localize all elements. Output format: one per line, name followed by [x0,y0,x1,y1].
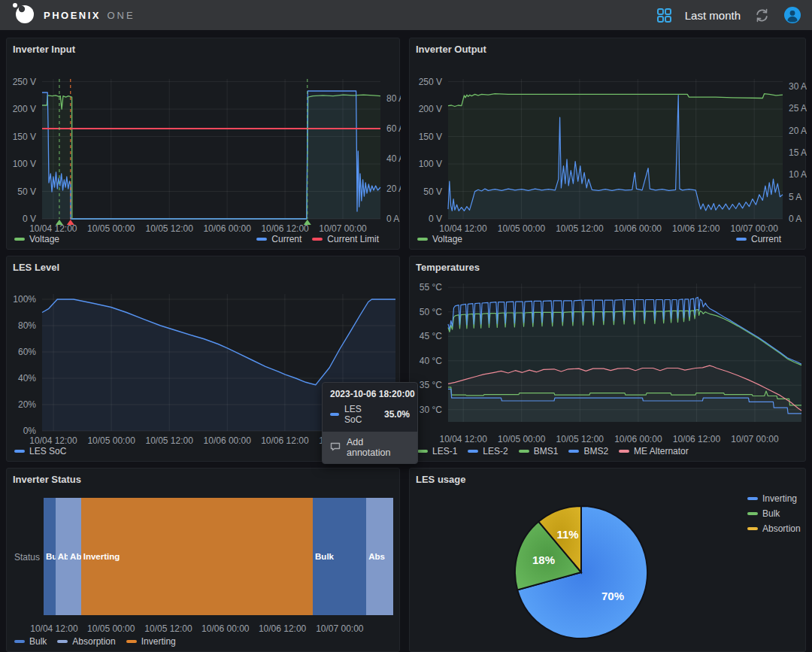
temperatures-chart-canvas[interactable]: 30 °C35 °C40 °C45 °C50 °C55 °C10/04 12:0… [410,256,807,462]
svg-text:15 A: 15 A [789,147,807,158]
pie-legend: InvertingBulkAbsortion [747,493,801,534]
svg-text:10/04 12:00: 10/04 12:00 [29,435,77,446]
panel-title-temperatures[interactable]: Temperatures [416,262,480,273]
svg-text:10/06 12:00: 10/06 12:00 [672,223,720,234]
svg-text:0 A: 0 A [386,214,399,224]
svg-text:11%: 11% [556,528,578,541]
svg-text:50 V: 50 V [423,187,442,197]
phoenix-logo-icon [11,2,36,29]
svg-text:10/06 12:00: 10/06 12:00 [261,223,309,234]
legend-item[interactable]: Absortion [747,523,801,534]
svg-text:35 °C: 35 °C [420,380,442,390]
svg-text:18%: 18% [532,553,555,566]
x-axis-tick-label: 10/04 12:00 [30,623,77,634]
panel-title-inverter-status[interactable]: Inverter Status [13,474,81,485]
legend-dash [14,238,25,241]
svg-text:50 °C: 50 °C [420,307,442,317]
state-timeline-bar[interactable]: BuAbsAbInvertingBulkAbs [44,498,393,615]
svg-text:200 V: 200 V [13,104,36,114]
app-logo[interactable]: PHOENIX ONE [11,2,135,29]
legend-item[interactable]: Voltage [417,234,462,244]
svg-text:10/05 00:00: 10/05 00:00 [498,434,546,444]
panel-les-usage: LES usage 70%18%11%InvertingBulkAbsortio… [409,468,806,652]
legend-item[interactable]: Absorption [57,636,115,647]
svg-text:10/05 12:00: 10/05 12:00 [145,435,193,446]
panel-inverter-input: Inverter Input 0 V50 V100 V150 V200 V250… [6,38,400,250]
legend-item[interactable]: Bulk [747,508,801,519]
tooltip-series-dash [330,413,339,416]
legend-item[interactable]: LES-1 [417,446,457,456]
brand-name: PHOENIX [44,10,101,21]
svg-text:10/05 00:00: 10/05 00:00 [498,223,546,234]
legend-label: Bulk [29,636,47,647]
legend-label: Current Limit [327,234,379,244]
legend-item[interactable]: Voltage [14,234,59,244]
legend-label: Voltage [432,234,462,244]
svg-text:60 A: 60 A [386,123,401,134]
add-annotation-button[interactable]: Add annotation [323,432,417,463]
svg-text:40 A: 40 A [386,153,401,164]
legend-label: LES-2 [483,446,508,456]
svg-text:0 V: 0 V [429,214,442,224]
legend-label: Absorption [72,636,115,647]
legend-label: LES-1 [432,446,457,456]
legend-item[interactable]: LES SoC [14,446,66,456]
panel-title-les-usage[interactable]: LES usage [416,474,465,485]
svg-text:80%: 80% [18,320,36,331]
panel-title-inverter-output[interactable]: Inverter Output [416,44,486,55]
legend-item[interactable]: BMS1 [519,446,559,456]
state-segment-label: Inverting [83,552,120,561]
legend-item[interactable]: LES-2 [468,446,508,456]
panel-temperatures: Temperatures 30 °C35 °C40 °C45 °C50 °C55… [409,256,806,462]
svg-text:0 V: 0 V [23,214,36,224]
time-range-picker[interactable]: Last month [685,9,741,22]
svg-text:40%: 40% [18,373,36,384]
svg-text:0 A: 0 A [789,214,801,224]
svg-text:10/06 00:00: 10/06 00:00 [204,435,252,446]
legend-dash [312,238,323,241]
legend-item[interactable]: BMS2 [568,446,608,456]
legend-item[interactable]: Current [256,234,301,244]
x-axis-tick-label: 10/07 00:00 [316,623,363,634]
svg-text:30 °C: 30 °C [420,405,442,415]
legend-label: BMS2 [583,446,608,456]
svg-text:60%: 60% [18,347,36,357]
svg-text:5 A: 5 A [789,192,801,202]
legend-label: Inverting [762,493,797,504]
chart-tooltip: 2023-10-06 18:20:00 LES SoC 35.0% Add an… [322,382,418,464]
panel-title-les-level[interactable]: LES Level [13,262,59,273]
x-axis-tick-label: 10/06 12:00 [259,623,306,634]
legend-item[interactable]: Current [736,234,781,244]
user-avatar[interactable] [783,6,801,24]
legend-dash [519,450,529,453]
state-segment-label: Abs [368,552,385,561]
legend-item[interactable]: ME Alternator [619,446,689,456]
legend-label: ME Alternator [634,446,689,456]
svg-text:50 V: 50 V [17,187,36,197]
svg-text:10/05 00:00: 10/05 00:00 [87,223,135,234]
apps-grid-icon[interactable] [657,8,671,23]
chart-legend: LES-1LES-2BMS1BMS2ME Alternator [417,446,800,456]
panel-title-inverter-input[interactable]: Inverter Input [13,44,75,55]
svg-text:10/06 00:00: 10/06 00:00 [614,223,662,234]
brand-suffix: ONE [107,10,135,21]
tooltip-series-value: 35.0% [384,409,410,420]
inverter-output-chart-canvas[interactable]: 0 V50 V100 V150 V200 V250 V10/04 12:0010… [410,38,807,250]
legend-item[interactable]: Inverting [747,493,801,504]
app-header: PHOENIX ONE Last month [0,0,812,30]
svg-text:100 V: 100 V [13,159,36,169]
panel-inverter-status: Inverter Status BuAbsAbInvertingBulkAbsS… [6,468,400,652]
legend-dash [126,640,137,643]
legend-dash [256,238,267,241]
legend-item[interactable]: Bulk [14,636,47,647]
legend-item[interactable]: Current Limit [312,234,379,244]
x-axis-tick-label: 10/05 00:00 [87,623,135,634]
svg-text:20%: 20% [18,399,36,410]
legend-label: Current [271,234,301,244]
svg-text:100 V: 100 V [419,159,442,169]
svg-text:150 V: 150 V [13,132,36,142]
refresh-icon[interactable] [754,8,770,23]
legend-item[interactable]: Inverting [126,636,176,647]
inverter-input-chart-canvas[interactable]: 0 V50 V100 V150 V200 V250 V10/04 12:0010… [7,38,401,250]
svg-text:55 °C: 55 °C [420,282,442,293]
